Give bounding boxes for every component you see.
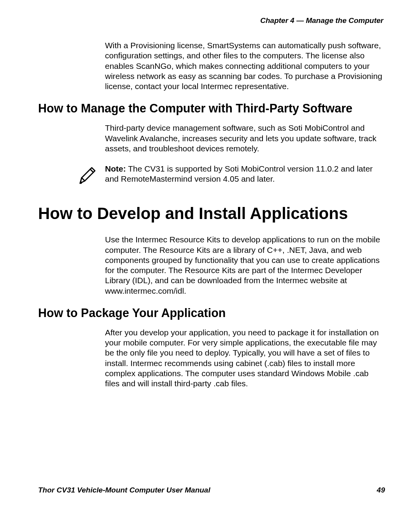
third-party-paragraph: Third-party device management software, … — [105, 123, 383, 154]
svg-line-0 — [82, 178, 85, 181]
develop-paragraph: Use the Intermec Resource Kits to develo… — [105, 235, 383, 296]
package-paragraph: After you develop your application, you … — [105, 328, 383, 389]
heading-develop-install: How to Develop and Install Applications — [38, 204, 385, 223]
page-footer: Thor CV31 Vehicle-Mount Computer User Ma… — [38, 486, 385, 494]
heading-package-application: How to Package Your Application — [38, 306, 385, 320]
chapter-header: Chapter 4 — Manage the Computer — [38, 16, 385, 25]
note-text: Note: The CV31 is supported by Soti Mobi… — [105, 164, 383, 184]
note-block: Note: The CV31 is supported by Soti Mobi… — [77, 164, 383, 189]
note-label: Note: — [105, 164, 126, 173]
pencil-note-icon — [77, 165, 96, 189]
intro-paragraph: With a Provisioning license, SmartSystem… — [105, 40, 383, 91]
footer-page-number: 49 — [377, 486, 385, 494]
note-body: The CV31 is supported by Soti MobiContro… — [105, 164, 373, 183]
svg-line-1 — [90, 169, 93, 172]
footer-manual-title: Thor CV31 Vehicle-Mount Computer User Ma… — [38, 486, 210, 494]
heading-third-party-software: How to Manage the Computer with Third-Pa… — [38, 102, 385, 115]
